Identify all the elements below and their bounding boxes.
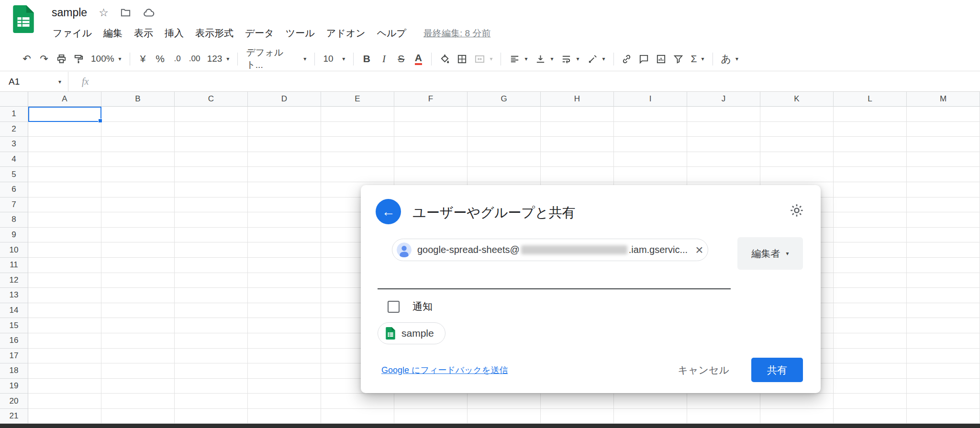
cell-B4[interactable]	[101, 152, 175, 167]
cell-K1[interactable]	[760, 107, 834, 122]
cell-K20[interactable]	[760, 394, 834, 409]
sheet-tab-bar[interactable]	[0, 424, 980, 428]
cell-B6[interactable]	[101, 182, 175, 198]
column-header-B[interactable]: B	[101, 92, 175, 107]
menu-item-2[interactable]: 表示	[128, 24, 159, 43]
cell-J3[interactable]	[687, 137, 760, 152]
cell-C6[interactable]	[175, 182, 248, 198]
cell-L13[interactable]	[834, 288, 907, 303]
cell-L17[interactable]	[834, 349, 907, 364]
column-header-A[interactable]: A	[28, 92, 101, 107]
cell-D3[interactable]	[248, 137, 321, 152]
cell-A1[interactable]	[28, 107, 101, 122]
cell-L7[interactable]	[834, 198, 907, 213]
undo-button[interactable]: ↶	[18, 50, 35, 67]
settings-gear-icon[interactable]	[789, 203, 804, 219]
cell-B17[interactable]	[101, 349, 175, 364]
cell-M20[interactable]	[907, 394, 980, 409]
menu-item-0[interactable]: ファイル	[47, 24, 98, 43]
star-icon[interactable]: ☆	[99, 6, 109, 19]
cell-D6[interactable]	[248, 182, 321, 198]
cell-E4[interactable]	[321, 152, 394, 167]
zoom-select[interactable]: 100% ▾	[87, 50, 125, 67]
cell-M4[interactable]	[907, 152, 980, 167]
cell-E5[interactable]	[321, 167, 394, 182]
cell-I5[interactable]	[614, 167, 687, 182]
cell-M13[interactable]	[907, 288, 980, 303]
cell-C12[interactable]	[175, 273, 248, 288]
cell-L18[interactable]	[834, 363, 907, 379]
menu-item-8[interactable]: ヘルプ	[371, 24, 412, 43]
cell-M10[interactable]	[907, 242, 980, 258]
cell-D21[interactable]	[248, 409, 321, 424]
cell-C4[interactable]	[175, 152, 248, 167]
cell-A14[interactable]	[28, 303, 101, 318]
format-percent-button[interactable]: %	[152, 50, 169, 67]
insert-comment-icon[interactable]	[635, 50, 653, 67]
cell-M12[interactable]	[907, 273, 980, 288]
cell-E20[interactable]	[321, 394, 394, 409]
cell-H3[interactable]	[541, 137, 614, 152]
cell-F21[interactable]	[394, 409, 468, 424]
cell-A19[interactable]	[28, 379, 101, 394]
cell-C13[interactable]	[175, 288, 248, 303]
row-header-12[interactable]: 12	[0, 273, 28, 288]
share-button[interactable]: 共有	[751, 358, 803, 382]
cell-L1[interactable]	[834, 107, 907, 122]
move-folder-icon[interactable]	[120, 7, 131, 18]
cell-F20[interactable]	[394, 394, 468, 409]
cell-B14[interactable]	[101, 303, 175, 318]
file-chip[interactable]: sample	[378, 322, 445, 344]
cell-M6[interactable]	[907, 182, 980, 198]
cell-H20[interactable]	[541, 394, 614, 409]
cell-A15[interactable]	[28, 318, 101, 333]
column-header-E[interactable]: E	[321, 92, 394, 107]
cell-I21[interactable]	[614, 409, 687, 424]
cell-A18[interactable]	[28, 363, 101, 379]
cell-F1[interactable]	[394, 107, 468, 122]
cell-G3[interactable]	[468, 137, 541, 152]
cell-D4[interactable]	[248, 152, 321, 167]
cell-L15[interactable]	[834, 318, 907, 333]
cell-M8[interactable]	[907, 212, 980, 228]
row-header-1[interactable]: 1	[0, 107, 28, 122]
cell-I2[interactable]	[614, 122, 687, 137]
cell-L14[interactable]	[834, 303, 907, 318]
cell-I3[interactable]	[614, 137, 687, 152]
cell-A12[interactable]	[28, 273, 101, 288]
cell-B19[interactable]	[101, 379, 175, 394]
cell-K3[interactable]	[760, 137, 834, 152]
menu-item-3[interactable]: 挿入	[159, 24, 189, 43]
cell-G4[interactable]	[468, 152, 541, 167]
menu-item-4[interactable]: 表示形式	[189, 24, 239, 43]
cell-M18[interactable]	[907, 363, 980, 379]
cell-A16[interactable]	[28, 333, 101, 349]
cell-B11[interactable]	[101, 258, 175, 273]
cell-G20[interactable]	[468, 394, 541, 409]
cell-J20[interactable]	[687, 394, 760, 409]
recipients-input[interactable]: google-spread-sheets@ .iam.gservic... ×	[378, 235, 731, 289]
cell-A13[interactable]	[28, 288, 101, 303]
menu-item-7[interactable]: アドオン	[321, 24, 371, 43]
cell-L3[interactable]	[834, 137, 907, 152]
column-header-M[interactable]: M	[907, 92, 980, 107]
cell-D17[interactable]	[248, 349, 321, 364]
row-header-17[interactable]: 17	[0, 349, 28, 364]
cell-A20[interactable]	[28, 394, 101, 409]
cell-A5[interactable]	[28, 167, 101, 182]
strikethrough-button[interactable]: S	[392, 50, 410, 67]
cell-A10[interactable]	[28, 242, 101, 258]
cell-C8[interactable]	[175, 212, 248, 228]
cell-D15[interactable]	[248, 318, 321, 333]
cell-B5[interactable]	[101, 167, 175, 182]
row-header-16[interactable]: 16	[0, 333, 28, 349]
cell-C1[interactable]	[175, 107, 248, 122]
cell-J5[interactable]	[687, 167, 760, 182]
paint-format-icon[interactable]	[70, 50, 87, 67]
cell-M19[interactable]	[907, 379, 980, 394]
row-header-7[interactable]: 7	[0, 198, 28, 213]
cell-K4[interactable]	[760, 152, 834, 167]
cell-D2[interactable]	[248, 122, 321, 137]
cell-D9[interactable]	[248, 228, 321, 243]
cell-D11[interactable]	[248, 258, 321, 273]
